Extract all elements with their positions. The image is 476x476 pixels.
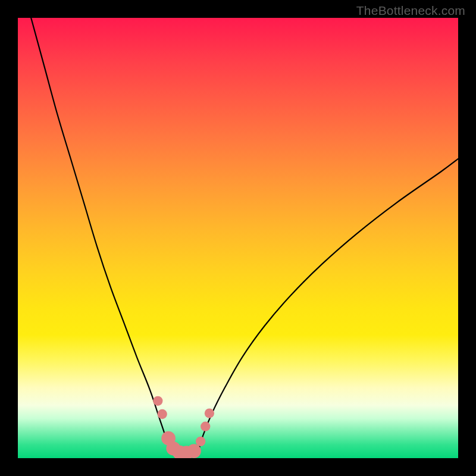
valley-marker <box>205 408 214 418</box>
valley-marker <box>201 422 210 431</box>
watermark-text: TheBottleneck.com <box>356 4 465 18</box>
valley-marker <box>153 396 162 406</box>
series-right-arm <box>198 159 458 452</box>
chart-svg <box>18 18 458 458</box>
chart-frame: TheBottleneck.com <box>0 0 476 476</box>
chart-plot-area <box>18 18 458 458</box>
valley-marker <box>187 444 201 458</box>
valley-marker <box>158 409 167 419</box>
valley-marker <box>196 437 205 446</box>
series-left-arm <box>31 18 170 452</box>
